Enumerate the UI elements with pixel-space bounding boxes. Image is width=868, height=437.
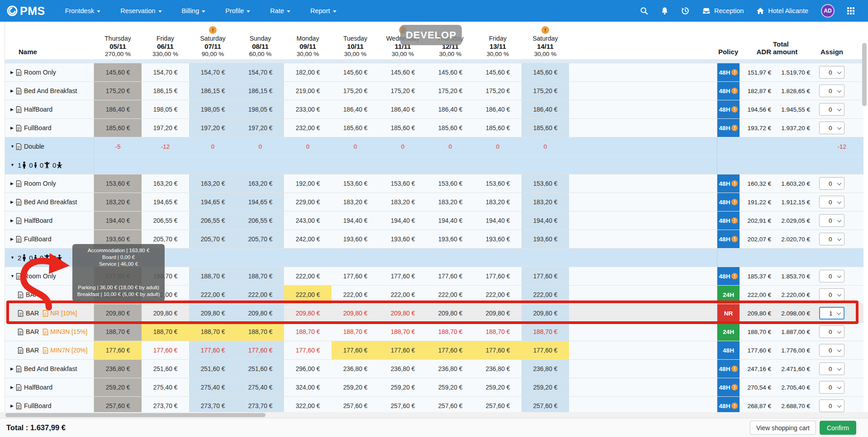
- rate-cell[interactable]: 233,00 €: [284, 100, 332, 118]
- rate-cell[interactable]: 186,40 €: [474, 100, 522, 118]
- rate-cell[interactable]: 209,80 €: [474, 304, 522, 322]
- policy-badge[interactable]: NR: [717, 304, 740, 322]
- rate-cell[interactable]: 154,70 €: [189, 63, 237, 81]
- expand-arrow-icon[interactable]: ▶: [10, 107, 16, 112]
- rate-cell[interactable]: 177,60 €: [237, 341, 284, 359]
- rate-cell[interactable]: 197,20 €: [237, 119, 284, 137]
- rate-cell[interactable]: 194,40 €: [332, 211, 379, 230]
- rate-cell[interactable]: 188,70 €: [237, 323, 284, 341]
- expand-arrow-icon[interactable]: ▶: [10, 200, 16, 204]
- expand-arrow-icon[interactable]: ▶: [10, 385, 16, 390]
- rate-cell[interactable]: 209,80 €: [94, 304, 142, 322]
- rate-cell[interactable]: 197,20 €: [142, 119, 189, 137]
- vertical-scrollbar-thumb[interactable]: [862, 43, 867, 106]
- rate-cell[interactable]: 222,00 €: [189, 286, 237, 304]
- policy-badge[interactable]: 48H!: [717, 100, 740, 118]
- rate-cell[interactable]: 257,60 €: [379, 397, 427, 412]
- rate-cell[interactable]: 153,60 €: [332, 174, 379, 193]
- rate-cell[interactable]: 209,80 €: [142, 304, 189, 322]
- rate-cell[interactable]: 153,60 €: [522, 174, 569, 193]
- rate-cell[interactable]: 205,70 €: [237, 230, 284, 248]
- rate-cell[interactable]: 183,20 €: [427, 193, 474, 211]
- rate-cell[interactable]: 183,20 €: [94, 193, 142, 211]
- rate-cell[interactable]: 177,60 €: [522, 341, 569, 359]
- rate-cell[interactable]: 186,40 €: [522, 100, 569, 118]
- rate-cell[interactable]: 275,40 €: [237, 378, 284, 396]
- policy-badge[interactable]: 48H!: [717, 119, 740, 137]
- rate-cell[interactable]: 236,80 €: [427, 360, 474, 378]
- rate-cell[interactable]: 177,60 €: [189, 341, 237, 359]
- policy-badge[interactable]: 48H!: [717, 63, 740, 81]
- rate-cell[interactable]: 193,60 €: [522, 230, 569, 248]
- rate-cell[interactable]: 175,20 €: [94, 82, 142, 100]
- vertical-scrollbar[interactable]: [862, 23, 867, 411]
- rate-cell[interactable]: 194,40 €: [474, 211, 522, 230]
- rate-cell[interactable]: 145,60 €: [474, 63, 522, 81]
- rate-cell[interactable]: 198,05 €: [237, 100, 284, 118]
- policy-badge[interactable]: 48H!: [717, 360, 740, 378]
- assign-select[interactable]: 0: [819, 344, 844, 357]
- rate-cell[interactable]: 209,80 €: [237, 304, 284, 322]
- rate-cell[interactable]: 243,00 €: [284, 211, 332, 230]
- assign-select[interactable]: 0: [819, 362, 844, 375]
- menu-rate[interactable]: Rate: [262, 4, 299, 18]
- rate-cell[interactable]: 194,65 €: [189, 193, 237, 211]
- rate-cell[interactable]: 175,20 €: [522, 82, 569, 100]
- rate-cell[interactable]: 209,80 €: [189, 304, 237, 322]
- rate-cell[interactable]: 257,60 €: [522, 397, 569, 412]
- rate-cell[interactable]: 194,65 €: [237, 193, 284, 211]
- policy-badge[interactable]: 48H: [717, 341, 740, 359]
- collapse-arrow-icon[interactable]: ▼: [10, 144, 16, 149]
- expand-arrow-icon[interactable]: ▶: [10, 218, 16, 223]
- rate-cell[interactable]: 259,20 €: [379, 378, 427, 396]
- rate-cell[interactable]: 236,80 €: [522, 360, 569, 378]
- rate-cell[interactable]: 251,60 €: [142, 360, 189, 378]
- rate-cell[interactable]: 273,70 €: [237, 397, 284, 412]
- rate-cell[interactable]: 188,70 €: [474, 323, 522, 341]
- assign-select[interactable]: 0: [819, 103, 844, 116]
- rate-cell[interactable]: 177,60 €: [474, 267, 522, 285]
- assign-select[interactable]: 0: [819, 233, 844, 245]
- rate-cell[interactable]: 193,60 €: [332, 230, 379, 248]
- rate-cell[interactable]: 209,80 €: [284, 304, 332, 322]
- reception-button[interactable]: Reception: [696, 4, 750, 18]
- rate-cell[interactable]: 153,60 €: [379, 174, 427, 193]
- horizontal-scrollbar[interactable]: [0, 412, 868, 418]
- policy-badge[interactable]: 48H!: [717, 193, 740, 211]
- collapse-arrow-icon[interactable]: ▼: [10, 255, 16, 260]
- expand-arrow-icon[interactable]: ▶: [10, 70, 16, 75]
- rate-cell[interactable]: 194,65 €: [142, 193, 189, 211]
- rate-cell[interactable]: 185,60 €: [94, 119, 142, 137]
- rate-cell[interactable]: 175,20 €: [379, 82, 427, 100]
- rate-cell[interactable]: 257,60 €: [427, 397, 474, 412]
- rate-cell[interactable]: 206,55 €: [142, 211, 189, 230]
- rate-cell[interactable]: 257,60 €: [332, 397, 379, 412]
- policy-badge[interactable]: 48H!: [717, 82, 740, 100]
- hotel-button[interactable]: Hotel Alicante: [750, 4, 815, 18]
- rate-cell[interactable]: 222,00 €: [332, 286, 379, 304]
- rate-cell[interactable]: 222,00 €: [379, 286, 427, 304]
- menu-reservation[interactable]: Reservation: [112, 4, 170, 18]
- rate-cell[interactable]: 186,15 €: [142, 82, 189, 100]
- rate-cell[interactable]: 273,70 €: [189, 397, 237, 412]
- rate-cell[interactable]: 251,60 €: [189, 360, 237, 378]
- policy-badge[interactable]: 48H!: [717, 230, 740, 248]
- assign-select[interactable]: 0: [819, 122, 844, 134]
- rate-cell[interactable]: 193,60 €: [474, 230, 522, 248]
- rate-cell[interactable]: 197,20 €: [189, 119, 237, 137]
- rate-cell[interactable]: 198,05 €: [189, 100, 237, 118]
- rate-cell[interactable]: 192,00 €: [284, 174, 332, 193]
- assign-select[interactable]: 0: [819, 325, 844, 338]
- rate-cell[interactable]: 183,20 €: [332, 193, 379, 211]
- rate-cell[interactable]: 257,60 €: [474, 397, 522, 412]
- rate-cell[interactable]: 242,00 €: [284, 230, 332, 248]
- rate-cell[interactable]: 163,20 €: [237, 174, 284, 193]
- rate-cell[interactable]: 222,00 €: [474, 286, 522, 304]
- rate-cell[interactable]: 251,60 €: [237, 360, 284, 378]
- assign-select[interactable]: 0: [819, 66, 844, 79]
- pms-logo[interactable]: PMS: [6, 5, 45, 18]
- rate-cell[interactable]: 186,40 €: [332, 100, 379, 118]
- policy-badge[interactable]: 48H!: [717, 397, 740, 412]
- rate-cell[interactable]: 188,70 €: [189, 267, 237, 285]
- expand-arrow-icon[interactable]: ▶: [10, 126, 16, 130]
